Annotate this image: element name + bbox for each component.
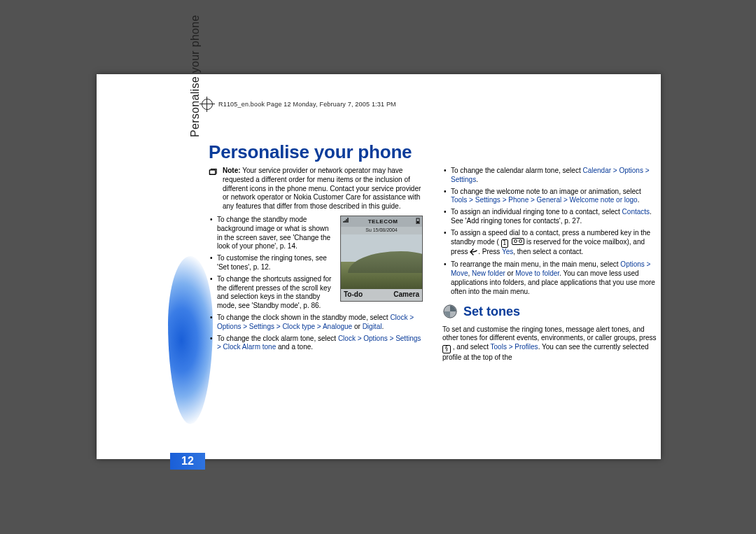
vertical-tab-text: Personalise your phone: [189, 15, 201, 137]
vertical-tab-label: Personalise your phone: [189, 15, 202, 137]
section-header: Set tones: [442, 304, 657, 320]
svg-rect-1: [210, 171, 215, 174]
list-item: To change the welcome note to an image o…: [442, 188, 657, 206]
menu-path-link: Contacts: [622, 208, 650, 216]
registration-mark-icon: [202, 99, 213, 110]
menu-path-link: Tools > Settings > Phone > General > Wel…: [451, 196, 638, 204]
menu-path-link: Digital: [363, 323, 382, 330]
list-item: To assign an individual ringing tone to …: [442, 208, 657, 226]
list-item: To change the clock shown in the standby…: [209, 314, 423, 332]
left-bullet-list: To change the standby mode background im…: [209, 216, 423, 352]
menu-path-link: Move to folder: [515, 269, 559, 277]
call-key-icon: [470, 248, 478, 258]
list-item: To change the calendar alarm tone, selec…: [442, 167, 657, 185]
right-bullet-list: To change the calendar alarm tone, selec…: [442, 167, 657, 297]
section-paragraph: To set and customise the ringing tones, …: [442, 325, 657, 363]
print-header-text: R1105_en.book Page 12 Monday, February 7…: [218, 101, 396, 108]
body-columns: Note: Your service provider or network o…: [209, 167, 657, 363]
menu-path-link: New folder: [472, 269, 505, 277]
list-item: To assign a speed dial to a contact, pre…: [442, 229, 657, 258]
note-text: Note: Your service provider or network o…: [223, 167, 423, 211]
note-body: Your service provider or network operato…: [223, 167, 421, 210]
list-item: To customise the ringing tones, see 'Set…: [209, 254, 423, 272]
right-column: To change the calendar alarm tone, selec…: [442, 167, 657, 363]
page-decoration: [168, 256, 213, 424]
note-block: Note: Your service provider or network o…: [209, 167, 423, 211]
note-icon: [209, 167, 218, 176]
list-item: To change the clock alarm tone, select C…: [209, 335, 423, 353]
print-mark: R1105_en.book Page 12 Monday, February 7…: [202, 99, 396, 110]
list-item: To change the shortcuts assigned for the…: [209, 275, 423, 311]
key-1-icon: 1: [501, 239, 508, 248]
list-item: To change the standby mode background im…: [209, 216, 423, 251]
voicemail-icon: [512, 238, 524, 245]
left-column: Note: Your service provider or network o…: [209, 167, 423, 363]
menu-path-link: Yes: [502, 248, 513, 255]
profiles-icon: [442, 304, 458, 319]
menu-path-link: Tools > Profiles: [491, 343, 538, 351]
document-page: R1105_en.book Page 12 Monday, February 7…: [97, 74, 661, 459]
menu-key-icon: §: [442, 345, 451, 353]
note-label: Note:: [223, 167, 241, 174]
page-title: Personalise your phone: [209, 141, 412, 163]
section-title: Set tones: [463, 304, 520, 320]
list-item: To rearrange the main menu, in the main …: [442, 260, 657, 296]
page-number: 12: [170, 453, 205, 470]
